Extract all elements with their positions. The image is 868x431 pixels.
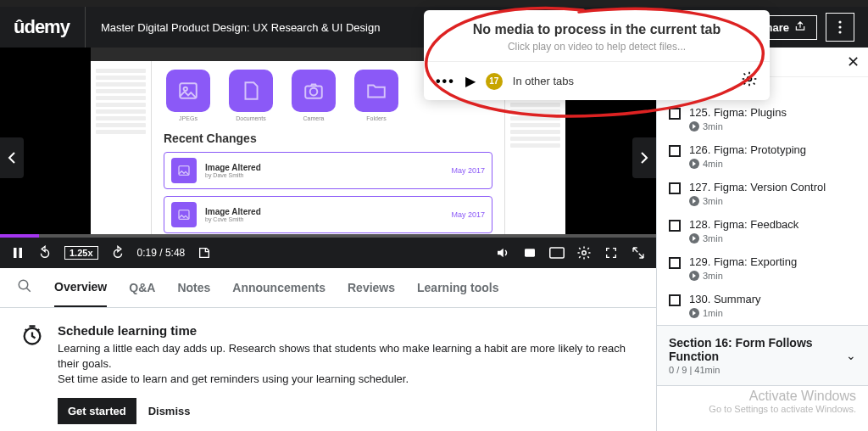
pause-button[interactable] — [10, 245, 25, 260]
rewind-icon — [37, 245, 53, 260]
volume-icon — [495, 245, 510, 260]
play-icon — [689, 271, 699, 281]
folder-icon — [365, 80, 387, 102]
lesson-checkbox[interactable] — [669, 108, 681, 120]
next-video-button[interactable] — [632, 137, 656, 178]
icon-label: Camera — [303, 115, 325, 121]
section-header[interactable]: Section 16: Form Follows Function0 / 9 |… — [657, 325, 868, 386]
play-icon[interactable]: ▶ — [465, 73, 476, 89]
tab-notes[interactable]: Notes — [177, 269, 210, 306]
close-sidebar-button[interactable]: ✕ — [847, 53, 860, 71]
tab-reviews[interactable]: Reviews — [348, 269, 395, 306]
cc-icon — [549, 247, 565, 259]
chevron-right-icon — [640, 151, 648, 165]
playback-speed[interactable]: 1.25x — [64, 246, 98, 260]
icon-label: JPEGs — [179, 115, 198, 121]
gear-icon[interactable] — [741, 70, 758, 92]
document-icon — [240, 80, 262, 102]
search-tab[interactable] — [17, 278, 32, 297]
lesson-title: 130. Summary — [689, 293, 761, 305]
lesson-checkbox[interactable] — [669, 220, 681, 232]
section-meta: 0 / 9 | 41min — [669, 365, 846, 375]
course-content-sidebar: ✕ 6min 125. Figma: Plugins3min 126. Figm… — [656, 48, 868, 431]
play-icon — [689, 121, 699, 132]
tab-count-badge: 17 — [486, 73, 503, 90]
more-button[interactable] — [826, 13, 854, 42]
forward-icon — [110, 245, 125, 260]
play-icon — [689, 308, 699, 318]
play-icon — [689, 233, 699, 243]
svg-point-4 — [184, 87, 187, 91]
share-icon — [794, 20, 806, 35]
forward-button[interactable] — [110, 245, 125, 260]
lesson-item[interactable]: 125. Figma: Plugins3min — [657, 101, 868, 138]
camera-icon — [303, 80, 325, 102]
chevron-left-icon — [8, 151, 16, 165]
dismiss-button[interactable]: Dismiss — [148, 405, 191, 417]
lesson-title: 126. Figma: Prototyping — [689, 143, 806, 156]
captions-button[interactable] — [549, 245, 565, 260]
settings-button[interactable] — [576, 245, 592, 260]
svg-point-16 — [748, 77, 752, 81]
lesson-duration: 3min — [703, 196, 723, 206]
chevron-down-icon: ⌄ — [846, 349, 856, 362]
lesson-duration: 3min — [703, 121, 723, 132]
image-icon — [177, 80, 199, 102]
lesson-item[interactable]: 129. Figma: Exporting3min — [657, 250, 868, 288]
lesson-title: 127. Figma: Version Control — [689, 181, 826, 193]
svg-rect-10 — [19, 248, 23, 258]
tab-overview[interactable]: Overview — [54, 268, 107, 307]
transcript-button[interactable] — [522, 245, 537, 260]
notes-button[interactable] — [197, 245, 212, 260]
svg-rect-9 — [14, 248, 17, 258]
expand-button[interactable] — [631, 245, 646, 260]
tab-learning-tools[interactable]: Learning tools — [417, 269, 498, 306]
other-tabs-label[interactable]: In other tabs — [513, 75, 731, 87]
tab-qa[interactable]: Q&A — [129, 269, 155, 306]
svg-point-1 — [838, 25, 841, 28]
popup-title: No media to process in the current tab — [441, 22, 753, 37]
schedule-title: Schedule learning time — [58, 323, 636, 338]
lesson-checkbox[interactable] — [669, 294, 681, 306]
recent-item: Image Alteredby Dave Smith May 2017 — [164, 152, 492, 189]
search-icon — [17, 278, 32, 294]
lesson-item[interactable]: 128. Figma: Feedback3min — [657, 213, 868, 250]
get-started-button[interactable]: Get started — [58, 398, 136, 424]
expand-icon — [632, 246, 645, 260]
udemy-logo[interactable]: ûdemy — [14, 16, 70, 38]
lesson-checkbox[interactable] — [669, 182, 681, 194]
play-icon — [689, 196, 699, 206]
volume-button[interactable] — [495, 245, 510, 260]
section-title: Section 16: Form Follows Function — [669, 336, 846, 363]
fullscreen-icon — [604, 246, 618, 260]
lesson-duration: 3min — [703, 233, 723, 243]
popup-subtitle: Click play on video to help detect files… — [441, 41, 753, 53]
svg-point-2 — [838, 31, 841, 33]
recent-changes-heading: Recent Changes — [164, 132, 492, 145]
svg-rect-11 — [525, 249, 535, 256]
svg-point-0 — [838, 20, 841, 23]
content-tabs: Overview Q&A Notes Announcements Reviews… — [0, 268, 656, 308]
lesson-checkbox[interactable] — [669, 257, 681, 269]
clock-icon — [20, 323, 44, 424]
play-icon — [689, 159, 699, 169]
lesson-duration: 1min — [703, 308, 723, 318]
lesson-title: 125. Figma: Plugins — [689, 106, 787, 119]
lesson-item[interactable]: 126. Figma: Prototyping4min — [657, 138, 868, 176]
lesson-checkbox[interactable] — [669, 145, 681, 157]
lesson-item[interactable]: 127. Figma: Version Control3min — [657, 176, 868, 213]
vertical-dots-icon — [838, 20, 842, 34]
svg-point-6 — [310, 88, 318, 96]
fullscreen-button[interactable] — [604, 245, 619, 260]
tab-announcements[interactable]: Announcements — [232, 269, 326, 306]
lesson-title: 128. Figma: Feedback — [689, 218, 798, 231]
lesson-duration: 3min — [703, 271, 723, 281]
rewind-button[interactable] — [37, 245, 53, 260]
divider — [85, 7, 86, 48]
svg-point-14 — [19, 280, 28, 289]
pause-icon — [12, 247, 24, 259]
svg-rect-12 — [550, 248, 565, 258]
prev-video-button[interactable] — [0, 137, 24, 178]
more-icon[interactable]: ••• — [436, 74, 455, 89]
lesson-item[interactable]: 130. Summary1min — [657, 288, 868, 325]
